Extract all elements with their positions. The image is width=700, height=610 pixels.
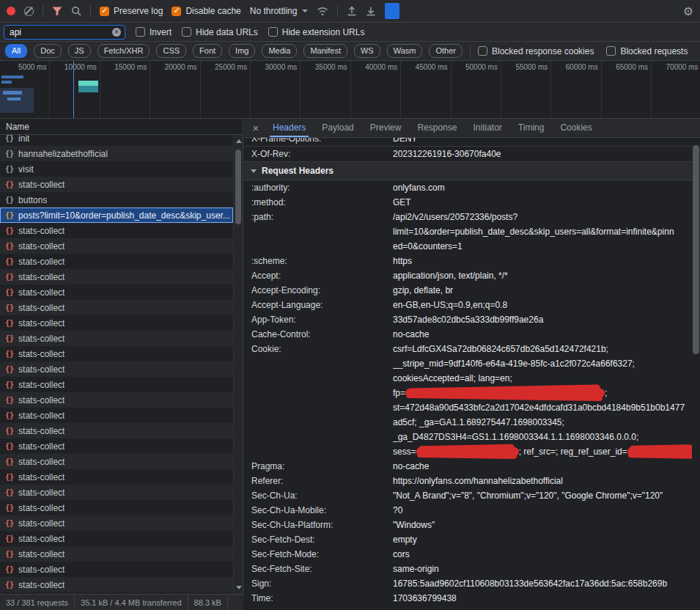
request-name: hannahelizabethofficial [18,149,108,159]
hide-data-urls-option[interactable]: Hide data URLs [182,27,258,37]
tab-preview[interactable]: Preview [362,119,410,137]
request-row[interactable]: {}buttons [0,192,233,207]
request-name: stats-collect [18,503,65,513]
type-chip-all[interactable]: All [5,44,27,58]
request-row[interactable]: {}stats-collect [0,546,233,562]
request-row[interactable]: {}stats-collect [0,485,233,500]
request-row[interactable]: {}stats-collect [0,500,233,515]
request-row[interactable]: {}stats-collect [0,577,233,592]
export-har-icon[interactable] [366,6,376,16]
timeline-tick: 55000 ms [501,61,551,118]
invert-checkbox[interactable] [136,27,145,37]
throttling-dropdown[interactable]: No throttling [250,6,309,16]
request-headers-section-header[interactable]: Request Headers [244,162,692,180]
type-chip-css[interactable]: CSS [156,44,186,58]
request-name: stats-collect [18,472,65,482]
filter-option-blocked-requests[interactable]: Blocked requests [606,46,688,56]
clear-network-log-icon[interactable] [24,7,34,16]
tab-response[interactable]: Response [409,119,465,137]
hide-data-urls-checkbox[interactable] [182,27,191,37]
type-chip-media[interactable]: Media [262,44,297,58]
preserve-log-checkbox[interactable] [100,7,109,16]
details-scrollbar-thumb[interactable] [693,145,699,354]
request-row[interactable]: {}stats-collect [0,254,233,269]
type-chip-wasm[interactable]: Wasm [387,44,423,58]
disable-cache-option[interactable]: Disable cache [172,6,240,16]
request-row[interactable]: {}stats-collect [0,438,233,454]
requests-count: 33 / 381 requests [0,595,75,610]
focused-toolbar-highlight[interactable] [385,3,399,19]
request-row[interactable]: {}stats-collect [0,531,233,546]
close-details-icon[interactable] [247,122,265,134]
request-row[interactable]: {}stats-collect [0,284,233,300]
settings-gear-icon[interactable] [683,4,693,18]
filter-icon[interactable] [52,7,62,16]
request-list-scrollbar[interactable] [233,135,243,594]
type-chip-doc[interactable]: Doc [34,44,62,58]
clear-filter-icon[interactable] [112,28,121,37]
request-row[interactable]: {}stats-collect [0,562,233,577]
network-conditions-icon[interactable] [317,7,328,16]
network-overview-timeline[interactable]: 5000 ms10000 ms15000 ms20000 ms25000 ms3… [0,61,700,119]
request-row[interactable]: {}stats-collect [0,177,233,192]
search-icon[interactable] [71,6,81,16]
request-row[interactable]: {}hannahelizabethofficial [0,146,233,161]
tab-timing[interactable]: Timing [510,119,553,137]
type-chip-js[interactable]: JS [68,44,91,58]
name-column-header[interactable]: Name [0,119,243,135]
type-chip-ws[interactable]: WS [354,44,380,58]
request-row[interactable]: {}stats-collect [0,454,233,469]
blocked-requests-checkbox[interactable] [606,46,616,56]
record-network-log-button[interactable] [7,7,15,15]
request-row[interactable]: {}stats-collect [0,408,233,423]
script-braces-icon: {} [5,457,14,466]
request-name: stats-collect [18,395,65,405]
tab-payload[interactable]: Payload [314,119,361,137]
tab-headers[interactable]: Headers [265,119,314,137]
header-name: :method: [251,195,393,210]
type-chip-manifest[interactable]: Manifest [303,44,347,58]
request-row[interactable]: {}stats-collect [0,515,233,531]
script-braces-icon: {} [5,519,14,527]
preserve-log-option[interactable]: Preserve log [100,6,163,16]
type-chip-img[interactable]: Img [229,44,255,58]
script-braces-icon: {} [5,196,14,204]
script-braces-icon: {} [5,319,14,327]
request-row[interactable]: {}stats-collect [0,377,233,392]
header-value-line: 202312261916-30670fa40e [393,147,692,161]
invert-option[interactable]: Invert [136,27,172,37]
request-row[interactable]: {}stats-collect [0,346,233,361]
tab-cookies[interactable]: Cookies [552,119,600,137]
request-row[interactable]: {}stats-collect [0,331,233,346]
request-row[interactable]: {}stats-collect [0,392,233,408]
disable-cache-checkbox[interactable] [172,7,181,16]
scroll-down-icon[interactable] [236,586,242,589]
scrollbar-thumb[interactable] [235,150,241,224]
request-row[interactable]: {}init [0,135,233,146]
request-row[interactable]: {}stats-collect [0,423,233,438]
tab-initiator[interactable]: Initiator [465,119,509,137]
type-filter-chips: AllDocJSFetch/XHRCSSFontImgMediaManifest… [5,44,463,58]
scroll-up-icon[interactable] [236,139,242,143]
header-value-line: limit=10&order=publish_date_desc&skip_us… [393,224,692,239]
network-filter-input[interactable]: api [4,25,125,40]
request-row[interactable]: {}stats-collect [0,361,233,377]
blocked-response-cookies-checkbox[interactable] [478,46,487,56]
request-row[interactable]: {}stats-collect [0,269,233,284]
type-chip-fetch-xhr[interactable]: Fetch/XHR [97,44,150,58]
request-row[interactable]: {}stats-collect [0,469,233,485]
request-row[interactable]: {}stats-collect [0,238,233,254]
request-row[interactable]: {}visit [0,161,233,177]
hide-extension-urls-option[interactable]: Hide extension URLs [268,27,365,37]
request-row[interactable]: {}posts?limit=10&order=publish_date_desc… [0,207,233,223]
header-value-line: "Not_A Brand";v="8", "Chromium";v="120",… [393,488,692,503]
request-row[interactable]: {}stats-collect [0,315,233,331]
hide-extension-urls-checkbox[interactable] [268,27,278,37]
timeline-tick: 65000 ms [602,61,652,118]
import-har-icon[interactable] [347,6,357,16]
filter-option-blocked-response-cookies[interactable]: Blocked response cookies [478,46,594,56]
request-row[interactable]: {}stats-collect [0,223,233,238]
request-row[interactable]: {}stats-collect [0,300,233,315]
type-chip-other[interactable]: Other [429,44,463,58]
type-chip-font[interactable]: Font [193,44,222,58]
